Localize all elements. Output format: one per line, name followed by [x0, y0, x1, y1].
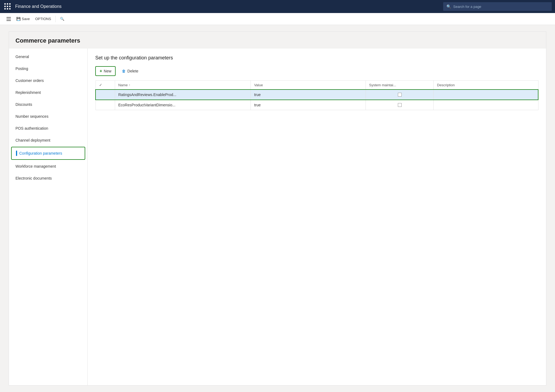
- save-button[interactable]: 💾 Save: [14, 15, 32, 23]
- app-grid-icon[interactable]: [3, 2, 12, 11]
- page-title: Commerce parameters: [15, 37, 540, 44]
- section-title: Set up the configuration parameters: [95, 55, 538, 61]
- sidebar-item-number-sequences[interactable]: Number sequences: [9, 110, 87, 122]
- search-icon-toolbar: 🔍: [60, 17, 64, 21]
- search-icon: 🔍: [446, 4, 451, 9]
- plus-icon: +: [100, 69, 102, 74]
- sysmaint-checkbox[interactable]: [398, 103, 402, 107]
- col-header-check: ✓: [96, 81, 115, 90]
- top-navbar: Finance and Operations 🔍: [0, 0, 555, 13]
- sidebar-item-replenishment[interactable]: Replenishment: [9, 87, 87, 98]
- col-header-name[interactable]: Name ↑: [115, 81, 251, 90]
- sidebar-item-electronic-documents[interactable]: Electronic documents: [9, 172, 87, 184]
- row-sysmaint-cell[interactable]: [366, 100, 434, 110]
- sidebar: General Posting Customer orders Replenis…: [9, 49, 88, 385]
- col-header-description[interactable]: Description: [434, 81, 538, 90]
- global-search-box[interactable]: 🔍: [443, 2, 552, 11]
- main-content-panel: Set up the configuration parameters + Ne…: [88, 49, 546, 385]
- secondary-toolbar: 💾 Save OPTIONS 🔍: [0, 13, 555, 25]
- sort-asc-icon: ↑: [129, 83, 130, 87]
- new-button[interactable]: + New: [95, 66, 116, 76]
- menu-hamburger-button[interactable]: [4, 15, 13, 23]
- main-container: Commerce parameters General Posting Cust…: [0, 25, 555, 392]
- search-input[interactable]: [453, 5, 548, 9]
- sidebar-item-configuration-parameters[interactable]: Configuration parameters: [11, 147, 85, 160]
- configuration-table: ✓ Name ↑ Value: [95, 80, 538, 110]
- sysmaint-checkbox[interactable]: [398, 93, 402, 97]
- app-title: Finance and Operations: [15, 4, 440, 9]
- content-area: General Posting Customer orders Replenis…: [9, 49, 546, 385]
- page-wrapper: Commerce parameters General Posting Cust…: [9, 31, 546, 385]
- row-value-cell: true: [251, 100, 366, 110]
- row-check-cell[interactable]: [96, 100, 115, 110]
- sidebar-item-channel-deployment[interactable]: Channel deployment: [9, 134, 87, 146]
- action-bar: + New 🗑 Delete: [95, 66, 538, 76]
- save-icon: 💾: [16, 17, 21, 21]
- options-button[interactable]: OPTIONS: [33, 15, 53, 23]
- row-name-cell: EcoResProductVariantDimensio...: [115, 100, 251, 110]
- table-row[interactable]: RatingsAndReviews.EnableProd... true: [96, 90, 538, 100]
- col-header-sysmaint[interactable]: System maintai...: [366, 81, 434, 90]
- sidebar-item-workforce-management[interactable]: Workforce management: [9, 160, 87, 172]
- delete-button[interactable]: 🗑 Delete: [118, 66, 142, 76]
- row-description-cell: [434, 90, 538, 100]
- row-check-cell[interactable]: [96, 90, 115, 100]
- sidebar-item-general[interactable]: General: [9, 51, 87, 63]
- row-sysmaint-cell[interactable]: [366, 90, 434, 100]
- page-title-bar: Commerce parameters: [9, 32, 546, 49]
- col-header-value[interactable]: Value: [251, 81, 366, 90]
- checkmark-icon: ✓: [99, 83, 102, 87]
- toolbar-divider: [55, 16, 56, 22]
- sidebar-item-posting[interactable]: Posting: [9, 63, 87, 75]
- sidebar-item-pos-authentication[interactable]: POS authentication: [9, 122, 87, 134]
- sidebar-item-discounts[interactable]: Discounts: [9, 98, 87, 110]
- row-name-cell: RatingsAndReviews.EnableProd...: [115, 90, 251, 100]
- trash-icon: 🗑: [122, 69, 126, 73]
- row-value-cell: true: [251, 90, 366, 100]
- toolbar-search-button[interactable]: 🔍: [58, 15, 66, 23]
- row-description-cell: [434, 100, 538, 110]
- table-row[interactable]: EcoResProductVariantDimensio... true: [96, 100, 538, 110]
- active-indicator: [16, 151, 17, 156]
- sidebar-item-customer-orders[interactable]: Customer orders: [9, 75, 87, 87]
